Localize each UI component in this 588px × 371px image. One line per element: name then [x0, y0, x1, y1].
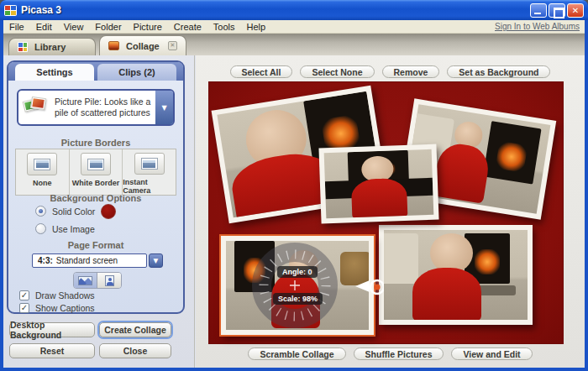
show-captions-label: Show Captions — [35, 303, 95, 313]
tab-library-label: Library — [34, 42, 66, 52]
create-collage-button[interactable]: Create Collage — [99, 322, 171, 337]
page-format-dropdown[interactable]: 4:3: Standard screen — [32, 253, 147, 268]
page-format-title: Page Format — [8, 240, 183, 250]
menu-create[interactable]: Create — [168, 20, 207, 34]
border-none-label: None — [33, 179, 52, 187]
use-image-radio[interactable] — [35, 223, 46, 234]
sign-in-link[interactable]: Sign In to Web Albums — [495, 22, 580, 31]
set-as-background-button[interactable]: Set as Background — [447, 65, 550, 78]
collage-type-dropdown[interactable]: Picture Pile: Looks like a pile of scatt… — [17, 89, 175, 126]
tab-close-icon[interactable]: ✕ — [168, 41, 177, 50]
border-option-instant[interactable]: Instant Camera — [122, 149, 176, 195]
select-all-button[interactable]: Select All — [230, 65, 293, 78]
collage-thumbnail-icon — [108, 41, 119, 50]
page-format-ratio: 4:3: — [38, 256, 53, 265]
menu-folder[interactable]: Folder — [89, 20, 127, 34]
border-option-white[interactable]: White Border — [69, 149, 123, 195]
draw-shadows-checkbox[interactable]: ✓ — [19, 290, 29, 300]
menu-view[interactable]: View — [58, 20, 90, 34]
remove-button[interactable]: Remove — [382, 65, 440, 78]
collage-photo-2[interactable] — [318, 144, 438, 224]
shuffle-pictures-button[interactable]: Shuffle Pictures — [354, 347, 444, 360]
menu-edit[interactable]: Edit — [30, 20, 58, 34]
landscape-orientation-button[interactable] — [74, 273, 97, 288]
chevron-down-icon[interactable]: ▼ — [149, 253, 163, 268]
portrait-orientation-button[interactable] — [97, 273, 121, 288]
minimize-button[interactable] — [530, 3, 547, 18]
picasa-logo-icon — [4, 5, 17, 16]
use-image-label: Use Image — [52, 224, 95, 234]
background-options-title: Background Options — [8, 193, 183, 203]
menu-file[interactable]: File — [3, 20, 30, 34]
dial-crosshair-icon — [290, 280, 300, 290]
content-area: Settings Clips (2) Picture Pile: Looks l… — [3, 55, 585, 368]
rotation-handle-dot[interactable] — [374, 284, 380, 290]
border-instant-icon[interactable] — [134, 153, 165, 175]
close-button[interactable]: Close — [99, 343, 171, 358]
landscape-icon — [78, 276, 92, 285]
scale-readout: Scale: 98% — [273, 293, 323, 305]
orientation-toggle — [73, 272, 122, 289]
picture-borders-title: Picture Borders — [8, 138, 183, 148]
tab-collage-label: Collage — [126, 41, 160, 51]
chevron-down-icon[interactable]: ▼ — [155, 91, 173, 124]
solid-color-label: Solid Color — [52, 206, 95, 217]
draw-shadows-row[interactable]: ✓ Draw Shadows — [19, 290, 95, 300]
photo-2-image — [324, 149, 434, 218]
collage-action-toolbar: Scramble Collage Shuffle Pictures View a… — [196, 347, 585, 360]
border-white-label: White Border — [72, 179, 120, 187]
picture-pile-icon — [21, 95, 50, 120]
tab-collage[interactable]: Collage ✕ — [99, 35, 186, 55]
border-none-icon[interactable] — [27, 153, 57, 175]
scramble-collage-button[interactable]: Scramble Collage — [248, 347, 345, 360]
radio-row-use-image[interactable]: Use Image — [35, 223, 95, 234]
title-bar[interactable]: Picasa 3 ✕ — [0, 0, 588, 20]
show-captions-checkbox[interactable]: ✓ — [19, 303, 29, 313]
show-captions-row[interactable]: ✓ Show Captions — [19, 303, 95, 313]
border-instant-label: Instant Camera — [123, 178, 176, 195]
solid-color-radio[interactable] — [35, 206, 46, 217]
collage-photo-5[interactable] — [379, 225, 533, 325]
radio-row-solid-color[interactable]: Solid Color — [35, 206, 95, 217]
collage-canvas: Angle: 0 Scale: 98% — [208, 81, 564, 344]
red-coat-shape — [351, 178, 408, 219]
portrait-icon — [105, 275, 114, 286]
selection-toolbar: Select All Select None Remove Set as Bac… — [196, 65, 585, 78]
collage-type-value: Picture Pile: Looks like a pile of scatt… — [50, 97, 155, 118]
fireplace-shape — [483, 121, 542, 184]
maximize-button[interactable] — [549, 3, 565, 18]
close-window-button[interactable]: ✕ — [567, 3, 584, 18]
tab-settings[interactable]: Settings — [15, 64, 94, 81]
menu-tools[interactable]: Tools — [207, 20, 241, 34]
draw-shadows-label: Draw Shadows — [35, 290, 95, 300]
tab-strip: Library Collage ✕ — [3, 34, 585, 55]
tab-library[interactable]: Library — [8, 38, 96, 55]
sidebar: Settings Clips (2) Picture Pile: Looks l… — [3, 55, 195, 368]
window-title: Picasa 3 — [21, 4, 61, 16]
select-none-button[interactable]: Select None — [300, 65, 374, 78]
page-format-name: Standard screen — [56, 256, 118, 265]
rotation-dial — [239, 231, 384, 340]
settings-panel: Settings Clips (2) Picture Pile: Looks l… — [7, 60, 185, 314]
photo-5-image — [384, 230, 528, 320]
menu-bar: File Edit View Folder Picture Create Too… — [3, 20, 585, 34]
picasa-window: Picasa 3 ✕ File Edit View Folder Picture… — [0, 0, 588, 371]
menu-picture[interactable]: Picture — [128, 20, 168, 34]
border-white-icon[interactable] — [81, 153, 111, 175]
menu-help[interactable]: Help — [241, 20, 272, 34]
border-option-none[interactable]: None — [16, 149, 69, 195]
picture-borders-group: None White Border Instant Camera — [15, 149, 176, 196]
page-format-row: 4:3: Standard screen ▼ — [32, 253, 163, 268]
sofa-shape — [384, 233, 418, 284]
collage-workspace: Select All Select None Remove Set as Bac… — [196, 55, 585, 368]
background-color-swatch[interactable] — [101, 204, 116, 219]
tab-clips[interactable]: Clips (2) — [97, 64, 176, 81]
window-controls: ✕ — [530, 3, 584, 18]
red-coat-shape — [412, 268, 481, 320]
desktop-background-button[interactable]: Desktop Background — [9, 322, 95, 337]
angle-readout: Angle: 0 — [277, 266, 318, 278]
reset-button[interactable]: Reset — [9, 343, 95, 358]
drag-arrow-icon — [355, 280, 370, 292]
library-grid-icon — [18, 42, 28, 52]
view-and-edit-button[interactable]: View and Edit — [451, 347, 532, 360]
